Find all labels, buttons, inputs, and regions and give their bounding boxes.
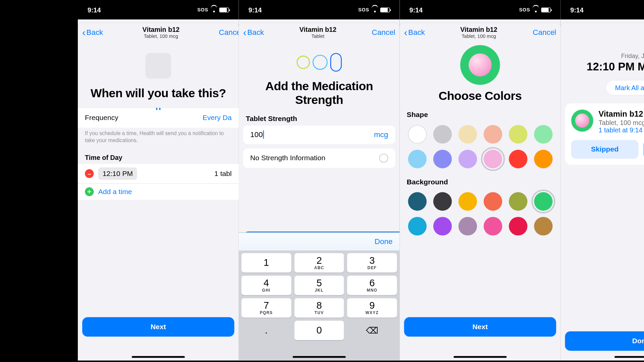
radio-icon [379, 154, 388, 163]
done-button[interactable]: Done [565, 331, 644, 351]
numeric-keyboard: Done 12ABC3DEF4GHI5JKL6MNO7PQRS8TUV9WXYZ… [239, 232, 400, 360]
color-swatch[interactable] [408, 217, 426, 235]
color-swatch[interactable] [458, 217, 477, 235]
cancel-button[interactable]: Cancel [372, 28, 395, 37]
wifi-icon [371, 7, 378, 12]
key-7[interactable]: 7PQRS [241, 298, 291, 318]
battery-icon [219, 7, 229, 12]
log-title: 12:10 PM Medication [560, 60, 644, 73]
keyboard-done-button[interactable]: Done [375, 237, 393, 246]
home-indicator [614, 356, 644, 358]
battery-icon [380, 7, 390, 12]
pill-icon [297, 53, 341, 71]
color-swatch[interactable] [508, 217, 527, 235]
home-indicator [132, 356, 185, 358]
med-name: Vitamin b12 [599, 110, 644, 119]
color-swatch[interactable] [408, 150, 426, 168]
screen-log: 9:14 SOS Cancel Friday, July 08 12:10 PM… [560, 0, 644, 360]
color-swatch[interactable] [534, 192, 552, 210]
color-swatch[interactable] [458, 125, 477, 143]
back-button[interactable]: ‹Back [404, 28, 425, 38]
chevron-left-icon: ‹ [404, 28, 408, 38]
cancel-button[interactable]: Cancel [533, 28, 556, 37]
strength-label: Tablet Strength [239, 107, 400, 125]
color-swatch[interactable] [508, 150, 527, 168]
hint-text: If you schedule a time, Health will send… [78, 128, 239, 144]
skipped-button[interactable]: Skipped [571, 140, 638, 159]
key-4[interactable]: 4GHI [241, 276, 291, 295]
color-swatch[interactable] [508, 192, 527, 210]
med-sub: Tablet, 100 mcg [599, 119, 644, 126]
screen-colors: 9:14 SOS ‹Back Vitamin b12Tablet, 100 mc… [400, 0, 561, 360]
screen-strength: 9:14 SOS ‹Back Vitamin b12Tablet Cancel … [239, 0, 400, 360]
status-time: 9:14 [88, 6, 101, 13]
time-row[interactable]: – 12:10 PM 1 tabl [78, 164, 239, 183]
color-swatch[interactable] [534, 150, 552, 168]
chevron-left-icon: ‹ [82, 28, 86, 38]
back-button[interactable]: ‹Back [82, 28, 103, 38]
shape-label: Shape [400, 103, 561, 121]
color-swatch[interactable] [433, 192, 451, 210]
home-indicator [293, 356, 346, 358]
color-swatch[interactable] [483, 150, 502, 168]
battery-icon [541, 7, 551, 12]
color-swatch[interactable] [534, 125, 552, 143]
medication-card: Vitamin b12 Tablet, 100 mcg 1 tablet at … [565, 103, 644, 165]
key-5[interactable]: 5JKL [294, 276, 344, 295]
color-swatch[interactable] [433, 150, 451, 168]
status-bar: 9:14 SOS [239, 0, 400, 19]
color-swatch[interactable] [433, 217, 451, 235]
color-swatch[interactable] [433, 125, 451, 143]
time-value[interactable]: 12:10 PM [98, 168, 138, 180]
calendar-icon [146, 53, 171, 78]
med-dose-link[interactable]: 1 tablet at 9:14 PM› [599, 126, 644, 134]
status-bar: 9:14 SOS [78, 0, 239, 19]
key-3[interactable]: 3DEF [347, 253, 397, 273]
page-title: Add the Medication Strength [247, 79, 391, 107]
time-of-day-label: Time of Day [78, 144, 239, 164]
add-icon[interactable]: + [85, 187, 94, 196]
remove-icon[interactable]: – [85, 169, 94, 178]
key-2[interactable]: 2ABC [294, 253, 344, 273]
add-time-row[interactable]: + Add a time [78, 183, 239, 200]
color-swatch[interactable] [483, 125, 502, 143]
color-swatch[interactable] [458, 150, 477, 168]
nav-subtitle: Tablet, 100 mcg [143, 34, 180, 40]
wifi-icon [210, 7, 217, 12]
key-1[interactable]: 1 [241, 253, 291, 273]
status-bar: 9:14 SOS [400, 0, 561, 19]
key-0[interactable]: 0 [294, 321, 344, 340]
next-button[interactable]: Next [404, 317, 556, 337]
wifi-icon [532, 7, 539, 12]
key-9[interactable]: 9WXYZ [347, 298, 397, 318]
screen-schedule: 9:14 SOS ‹Back Vitamin b12Tablet, 100 mc… [78, 0, 239, 360]
page-title: Choose Colors [408, 89, 552, 103]
strength-input[interactable]: 100mcg [243, 125, 395, 144]
back-button[interactable]: ‹Back [243, 28, 264, 38]
color-swatch[interactable] [534, 217, 552, 235]
color-swatch[interactable] [483, 192, 502, 210]
next-button[interactable]: Next [82, 317, 234, 337]
color-swatch[interactable] [508, 125, 527, 143]
key-8[interactable]: 8TUV [294, 298, 344, 318]
cancel-button[interactable]: Cancel [219, 28, 239, 37]
color-swatch[interactable] [458, 192, 477, 210]
color-swatch[interactable] [408, 125, 426, 143]
background-label: Background [400, 170, 561, 188]
color-swatch[interactable] [483, 217, 502, 235]
page-title: When will you take this? [86, 86, 231, 100]
key-dot[interactable]: . [241, 321, 291, 340]
home-indicator [453, 356, 506, 358]
dose-value[interactable]: 1 tabl [214, 170, 232, 178]
mark-all-button[interactable]: Mark All as Taken [606, 80, 644, 96]
pill-preview-icon [460, 45, 500, 85]
key-6[interactable]: 6MNO [347, 276, 397, 295]
log-date: Friday, July 08 [560, 52, 644, 59]
pill-icon [571, 110, 593, 132]
no-strength-row[interactable]: No Strength Information [243, 148, 395, 168]
nav-title: Vitamin b12 [143, 26, 180, 34]
key-delete[interactable]: ⌫ [347, 321, 397, 340]
chevron-left-icon: ‹ [243, 28, 247, 38]
color-swatch[interactable] [408, 192, 426, 210]
nav-bar: ‹Back Vitamin b12Tablet, 100 mcg Cancel [78, 23, 239, 43]
